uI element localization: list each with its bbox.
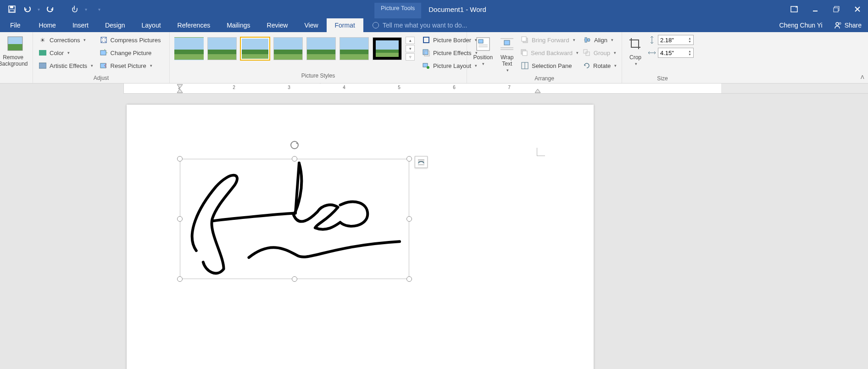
style-thumb-4[interactable]: [273, 37, 303, 60]
style-thumb-1[interactable]: [174, 37, 204, 60]
picture-effects-icon: [422, 49, 430, 57]
compress-pictures-button[interactable]: Compress Pictures: [97, 34, 167, 46]
crop-icon: [627, 36, 644, 52]
position-button[interactable]: Position▾: [470, 34, 496, 74]
resize-handle-ne[interactable]: [406, 156, 412, 162]
tab-home[interactable]: Home: [31, 18, 64, 32]
resize-handle-s[interactable]: [292, 276, 297, 282]
collapse-ribbon-button[interactable]: ᐱ: [861, 74, 864, 80]
indent-marker-left[interactable]: [175, 84, 184, 94]
send-backward-button[interactable]: Send Backward▾: [518, 47, 580, 59]
style-thumb-2[interactable]: [207, 37, 237, 60]
lightbulb-icon: [373, 22, 379, 28]
svg-rect-1: [10, 6, 13, 8]
style-thumb-5[interactable]: [306, 37, 336, 60]
height-row: 2.18" ▲▼: [648, 35, 694, 45]
tab-insert[interactable]: Insert: [64, 18, 97, 32]
rotate-button[interactable]: Rotate▾: [580, 60, 619, 72]
resize-handle-w[interactable]: [177, 216, 183, 222]
tab-file[interactable]: File: [0, 18, 31, 32]
group-icon: [583, 49, 591, 57]
account-user[interactable]: Cheng Chun Yi: [773, 18, 828, 32]
tab-review[interactable]: Review: [259, 18, 296, 32]
picture-styles-gallery[interactable]: ▴ ▾ ▿: [172, 34, 417, 63]
tab-view[interactable]: View: [296, 18, 326, 32]
ribbon-tabs: File Home Insert Design Layout Reference…: [0, 18, 868, 32]
rotate-icon: [583, 62, 590, 70]
svg-rect-17: [100, 50, 106, 55]
selected-picture[interactable]: [180, 159, 409, 279]
reset-picture-button[interactable]: Reset Picture▾: [97, 60, 167, 72]
crop-button[interactable]: Crop▾: [625, 34, 646, 74]
width-row: 4.15" ▲▼: [648, 48, 694, 58]
margin-corner-mark: [537, 148, 545, 156]
color-icon: [39, 49, 47, 57]
change-picture-button[interactable]: Change Picture: [97, 47, 167, 59]
group-size: Crop▾ 2.18" ▲▼ 4.15" ▲▼: [622, 32, 703, 83]
bring-forward-icon: [521, 36, 529, 44]
tell-me-search[interactable]: Tell me what you want to do...: [363, 18, 467, 32]
resize-handle-n[interactable]: [292, 156, 297, 162]
bring-forward-button[interactable]: Bring Forward▾: [518, 34, 580, 46]
minimize-button[interactable]: [805, 0, 826, 18]
tab-design[interactable]: Design: [97, 18, 134, 32]
layout-options-flyout[interactable]: [415, 156, 428, 168]
restore-button[interactable]: [826, 0, 847, 18]
title-center: Picture Tools Document1 - Word: [374, 0, 494, 18]
ribbon-display-options[interactable]: [784, 0, 805, 18]
artistic-effects-button[interactable]: Artistic Effects▾: [36, 60, 97, 72]
resize-handle-se[interactable]: [406, 276, 412, 282]
style-thumb-3[interactable]: [240, 37, 270, 60]
resize-handle-nw[interactable]: [177, 156, 183, 162]
svg-rect-6: [834, 8, 838, 12]
touch-mode-button[interactable]: [68, 3, 81, 16]
style-thumb-7[interactable]: [373, 37, 402, 60]
send-backward-icon: [521, 49, 528, 57]
signature-image: [180, 159, 409, 279]
redo-button[interactable]: [44, 3, 56, 16]
share-button[interactable]: Share: [828, 18, 868, 32]
close-button[interactable]: [847, 0, 868, 18]
ruler-area: 1 2 3 4 5 6 7: [0, 84, 868, 94]
gallery-up-icon[interactable]: ▴: [406, 37, 415, 44]
indent-marker-right[interactable]: [534, 88, 541, 94]
gallery-down-icon[interactable]: ▾: [406, 45, 415, 52]
width-spinner[interactable]: ▲▼: [688, 50, 691, 56]
group-button[interactable]: Group▾: [580, 47, 619, 59]
gallery-more-icon[interactable]: ▿: [406, 53, 415, 61]
svg-point-9: [836, 22, 839, 25]
gallery-scroll[interactable]: ▴ ▾ ▿: [406, 37, 415, 61]
resize-handle-e[interactable]: [406, 216, 412, 222]
page[interactable]: [127, 105, 594, 369]
document-canvas[interactable]: [0, 94, 868, 369]
tab-references[interactable]: References: [169, 18, 219, 32]
wrap-text-button[interactable]: Wrap Text▾: [496, 34, 518, 74]
tab-layout[interactable]: Layout: [134, 18, 169, 32]
resize-handle-sw[interactable]: [177, 276, 183, 282]
remove-background-button[interactable]: Remove Background: [0, 34, 30, 74]
height-spinner[interactable]: ▲▼: [688, 37, 691, 43]
touch-dropdown[interactable]: ▾: [84, 7, 88, 12]
undo-button[interactable]: [21, 3, 34, 16]
undo-dropdown[interactable]: ▾: [37, 7, 41, 12]
reset-picture-icon: [100, 62, 108, 70]
qat-customize[interactable]: ▾: [97, 7, 101, 12]
selection-pane-button[interactable]: Selection Pane: [518, 60, 580, 72]
remove-background-label: Remove Background: [0, 54, 30, 67]
height-input[interactable]: 2.18" ▲▼: [658, 35, 694, 45]
save-button[interactable]: [6, 3, 18, 16]
svg-rect-28: [504, 40, 510, 45]
align-button[interactable]: Align▾: [580, 34, 619, 46]
tab-format[interactable]: Format: [327, 18, 363, 32]
corrections-button[interactable]: ☀ Corrections▾: [36, 34, 97, 46]
svg-rect-2: [10, 10, 14, 12]
group-label-size: Size: [625, 74, 700, 84]
ribbon: Remove Background ☀ Corrections▾ Color▾ …: [0, 32, 868, 84]
style-thumb-6[interactable]: [339, 37, 369, 60]
color-button[interactable]: Color▾: [36, 47, 97, 59]
tab-mailings[interactable]: Mailings: [218, 18, 258, 32]
rotate-handle[interactable]: [289, 140, 300, 151]
horizontal-ruler[interactable]: 1 2 3 4 5 6 7: [124, 84, 868, 94]
width-input[interactable]: 4.15" ▲▼: [658, 48, 694, 58]
svg-rect-40: [588, 39, 590, 41]
